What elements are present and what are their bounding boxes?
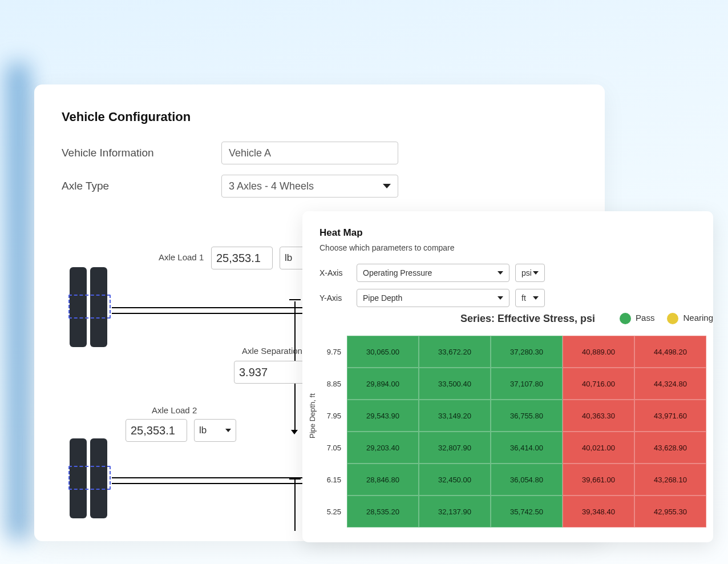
- heat-cell: 33,672.20: [419, 336, 491, 368]
- axle-load2-label: Axle Load 2: [152, 405, 197, 415]
- heat-cell: 44,498.20: [634, 336, 706, 368]
- heat-cell: 36,414.00: [491, 432, 563, 464]
- heat-cell: 28,846.80: [347, 464, 419, 495]
- heat-cell: 43,628.90: [634, 432, 706, 464]
- heat-cell: 29,543.90: [347, 400, 419, 432]
- x-axis-label: X-Axis: [319, 268, 351, 277]
- axle-line: [112, 307, 306, 308]
- chevron-down-icon: [498, 296, 503, 300]
- heat-cell: 29,203.40: [347, 432, 419, 464]
- y-tick: 5.25: [319, 495, 347, 527]
- heat-cell: 43,971.60: [634, 400, 706, 432]
- heatmap-title: Heat Map: [319, 227, 695, 239]
- heat-cell: 37,107.80: [491, 368, 563, 400]
- heatmap-card: Heat Map Choose which parameters to comp…: [302, 211, 713, 542]
- chevron-down-icon: [533, 271, 539, 275]
- nearing-dot-icon: [667, 313, 678, 324]
- tire-highlight: [68, 466, 111, 490]
- y-tick: 7.95: [319, 400, 347, 432]
- heat-cell: 39,661.00: [563, 464, 634, 495]
- vehicle-config-title: Vehicle Configuration: [62, 110, 577, 124]
- heat-cell: 33,500.40: [419, 368, 491, 400]
- axle-type-select[interactable]: 3 Axles - 4 Wheels: [221, 175, 398, 198]
- heat-cell: 42,955.30: [634, 495, 706, 527]
- heat-cell: 30,065.00: [347, 336, 419, 368]
- heat-cell: 32,137.90: [419, 495, 491, 527]
- heat-grid: 9.7530,065.0033,672.2037,280.3040,889.00…: [319, 336, 706, 527]
- pass-dot-icon: [620, 313, 631, 324]
- y-axis-select[interactable]: Pipe Depth: [357, 289, 509, 307]
- axle-type-value: 3 Axles - 4 Wheels: [229, 180, 314, 192]
- heat-cell: 32,807.90: [419, 432, 491, 464]
- axle-1-wheels: [70, 267, 110, 347]
- heat-cell: 36,054.80: [491, 464, 563, 495]
- heat-cell: 37,280.30: [491, 336, 563, 368]
- heatmap-legend: Pass Nearing: [620, 313, 713, 324]
- axle-load2-unit-select[interactable]: lb: [194, 419, 236, 442]
- heat-cell: 29,894.00: [347, 368, 419, 400]
- axle-separation-input[interactable]: [234, 361, 308, 384]
- heat-cell: 40,716.00: [563, 368, 634, 400]
- y-axis-rotated-label: Pipe Depth, ft: [308, 393, 317, 438]
- axle-2-wheels: [70, 438, 110, 518]
- tire-highlight: [68, 295, 111, 319]
- heatmap-subtitle: Choose which parameters to compare: [319, 243, 695, 252]
- y-tick: 8.85: [319, 368, 347, 400]
- y-tick: 7.05: [319, 432, 347, 464]
- heat-cell: 40,889.00: [563, 336, 634, 368]
- axle-type-label: Axle Type: [62, 180, 221, 192]
- axle-diagram: Axle Load 1 lb Axle Separation f Axle Lo…: [62, 256, 330, 541]
- axle-load2-input[interactable]: [126, 419, 187, 442]
- axle-load1-input[interactable]: [211, 247, 273, 269]
- heat-cell: 40,363.30: [563, 400, 634, 432]
- heat-cell: 36,755.80: [491, 400, 563, 432]
- heat-cell: 43,268.10: [634, 464, 706, 495]
- chevron-down-icon: [225, 429, 231, 432]
- chevron-down-icon: [383, 184, 391, 188]
- y-axis-label: Y-Axis: [319, 293, 351, 303]
- heatmap-chart: Pass Nearing Series: Effective Stress, p…: [308, 313, 713, 542]
- y-tick: 6.15: [319, 464, 347, 495]
- y-axis-unit-select[interactable]: ft: [515, 289, 545, 307]
- axle-line: [112, 483, 306, 484]
- heat-cell: 32,450.00: [419, 464, 491, 495]
- heat-cell: 35,742.50: [491, 495, 563, 527]
- heat-cell: 33,149.20: [419, 400, 491, 432]
- separation-guide: [294, 480, 296, 531]
- x-axis-unit-select[interactable]: psi: [515, 264, 545, 282]
- axle-line: [112, 313, 306, 314]
- heat-cell: 39,348.40: [563, 495, 634, 527]
- heat-cell: 44,324.80: [634, 368, 706, 400]
- x-axis-select[interactable]: Operating Pressure: [357, 264, 509, 282]
- axle-separation-label: Axle Separation: [242, 346, 302, 356]
- heat-cell: 40,021.00: [563, 432, 634, 464]
- chevron-down-icon: [533, 296, 539, 300]
- vehicle-info-input[interactable]: [221, 142, 398, 164]
- heat-cell: 28,535.20: [347, 495, 419, 527]
- axle-line: [112, 477, 306, 478]
- axle-load1-label: Axle Load 1: [159, 252, 204, 262]
- y-tick: 9.75: [319, 336, 347, 368]
- vehicle-info-label: Vehicle Information: [62, 147, 221, 159]
- chevron-down-icon: [498, 271, 503, 275]
